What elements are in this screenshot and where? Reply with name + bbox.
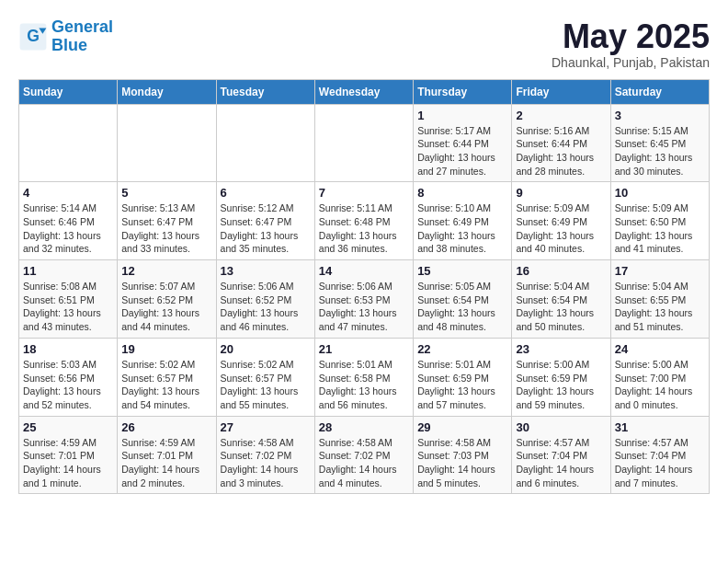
week-row-2: 4Sunrise: 5:14 AMSunset: 6:46 PMDaylight… [19,182,710,260]
logo-icon: G [18,22,48,52]
svg-text:G: G [27,27,40,45]
day-cell: 29Sunrise: 4:58 AMSunset: 7:03 PMDayligh… [414,416,512,494]
day-cell: 2Sunrise: 5:16 AMSunset: 6:44 PMDaylight… [512,104,610,182]
day-detail: Sunrise: 4:58 AMSunset: 7:02 PMDaylight:… [221,436,311,490]
page-header: G General Blue May 2025 Dhaunkal, Punjab… [18,18,710,70]
calendar-table: SundayMondayTuesdayWednesdayThursdayFrid… [18,79,710,495]
day-cell: 1Sunrise: 5:17 AMSunset: 6:44 PMDaylight… [414,104,512,182]
day-number: 29 [417,420,507,434]
day-number: 9 [516,186,606,200]
day-detail: Sunrise: 4:57 AMSunset: 7:04 PMDaylight:… [615,436,705,490]
column-header-sunday: Sunday [19,79,118,104]
day-number: 16 [516,264,606,278]
logo-line2: Blue [51,36,87,54]
day-detail: Sunrise: 5:09 AMSunset: 6:49 PMDaylight:… [516,201,606,256]
day-detail: Sunrise: 4:59 AMSunset: 7:01 PMDaylight:… [23,436,113,490]
day-number: 17 [615,264,705,278]
day-detail: Sunrise: 4:57 AMSunset: 7:04 PMDaylight:… [516,436,606,490]
day-detail: Sunrise: 5:15 AMSunset: 6:45 PMDaylight:… [615,124,705,178]
day-cell: 25Sunrise: 4:59 AMSunset: 7:01 PMDayligh… [19,416,118,494]
day-number: 12 [121,264,211,278]
day-detail: Sunrise: 5:04 AMSunset: 6:55 PMDaylight:… [615,280,705,334]
day-cell [118,104,216,182]
day-cell: 30Sunrise: 4:57 AMSunset: 7:04 PMDayligh… [512,416,610,494]
location-subtitle: Dhaunkal, Punjab, Pakistan [552,55,710,70]
day-cell [19,104,118,182]
day-detail: Sunrise: 5:00 AMSunset: 6:59 PMDaylight:… [516,358,606,412]
day-cell: 20Sunrise: 5:02 AMSunset: 6:57 PMDayligh… [216,338,314,416]
day-detail: Sunrise: 5:01 AMSunset: 6:58 PMDaylight:… [319,358,409,412]
day-detail: Sunrise: 4:59 AMSunset: 7:01 PMDaylight:… [121,436,211,490]
day-number: 20 [221,342,311,356]
day-cell: 8Sunrise: 5:10 AMSunset: 6:49 PMDaylight… [414,182,512,260]
day-detail: Sunrise: 5:04 AMSunset: 6:54 PMDaylight:… [516,280,606,334]
week-row-4: 18Sunrise: 5:03 AMSunset: 6:56 PMDayligh… [19,338,710,416]
day-cell: 15Sunrise: 5:05 AMSunset: 6:54 PMDayligh… [414,260,512,339]
week-row-5: 25Sunrise: 4:59 AMSunset: 7:01 PMDayligh… [19,416,710,494]
day-number: 15 [417,264,507,278]
day-cell: 18Sunrise: 5:03 AMSunset: 6:56 PMDayligh… [19,338,118,416]
day-number: 30 [516,420,606,434]
day-number: 28 [319,420,409,434]
column-header-tuesday: Tuesday [216,79,314,104]
day-number: 25 [23,420,113,434]
day-cell: 6Sunrise: 5:12 AMSunset: 6:47 PMDaylight… [216,182,314,260]
day-number: 6 [221,186,311,200]
day-number: 26 [121,420,211,434]
day-detail: Sunrise: 5:10 AMSunset: 6:49 PMDaylight:… [417,201,507,256]
day-detail: Sunrise: 5:12 AMSunset: 6:47 PMDaylight:… [221,201,311,256]
week-row-3: 11Sunrise: 5:08 AMSunset: 6:51 PMDayligh… [19,260,710,339]
day-detail: Sunrise: 5:02 AMSunset: 6:57 PMDaylight:… [121,358,211,412]
column-header-friday: Friday [512,79,610,104]
day-number: 27 [221,420,311,434]
day-cell: 17Sunrise: 5:04 AMSunset: 6:55 PMDayligh… [610,260,709,339]
day-number: 8 [417,186,507,200]
day-number: 22 [417,342,507,356]
day-cell: 28Sunrise: 4:58 AMSunset: 7:02 PMDayligh… [314,416,413,494]
day-cell: 24Sunrise: 5:00 AMSunset: 7:00 PMDayligh… [610,338,709,416]
day-cell: 23Sunrise: 5:00 AMSunset: 6:59 PMDayligh… [512,338,610,416]
day-detail: Sunrise: 5:13 AMSunset: 6:47 PMDaylight:… [121,201,211,256]
day-number: 4 [23,186,113,200]
day-number: 10 [615,186,705,200]
day-detail: Sunrise: 5:05 AMSunset: 6:54 PMDaylight:… [417,280,507,334]
day-cell: 11Sunrise: 5:08 AMSunset: 6:51 PMDayligh… [19,260,118,339]
day-detail: Sunrise: 5:17 AMSunset: 6:44 PMDaylight:… [417,124,507,178]
day-number: 1 [417,109,507,122]
day-cell: 16Sunrise: 5:04 AMSunset: 6:54 PMDayligh… [512,260,610,339]
title-block: May 2025 Dhaunkal, Punjab, Pakistan [552,18,710,70]
day-number: 5 [121,186,211,200]
day-number: 2 [516,109,606,122]
logo-line1: General [51,17,113,36]
header-row: SundayMondayTuesdayWednesdayThursdayFrid… [19,79,710,104]
day-number: 31 [615,420,705,434]
day-detail: Sunrise: 5:09 AMSunset: 6:50 PMDaylight:… [615,201,705,256]
day-cell: 21Sunrise: 5:01 AMSunset: 6:58 PMDayligh… [314,338,413,416]
day-detail: Sunrise: 5:01 AMSunset: 6:59 PMDaylight:… [417,358,507,412]
day-detail: Sunrise: 4:58 AMSunset: 7:03 PMDaylight:… [417,436,507,490]
day-cell: 19Sunrise: 5:02 AMSunset: 6:57 PMDayligh… [118,338,216,416]
day-detail: Sunrise: 5:03 AMSunset: 6:56 PMDaylight:… [23,358,113,412]
day-cell: 27Sunrise: 4:58 AMSunset: 7:02 PMDayligh… [216,416,314,494]
day-detail: Sunrise: 5:11 AMSunset: 6:48 PMDaylight:… [319,201,409,256]
day-detail: Sunrise: 5:00 AMSunset: 7:00 PMDaylight:… [615,358,705,412]
day-cell: 3Sunrise: 5:15 AMSunset: 6:45 PMDaylight… [610,104,709,182]
day-number: 13 [221,264,311,278]
day-detail: Sunrise: 4:58 AMSunset: 7:02 PMDaylight:… [319,436,409,490]
day-number: 24 [615,342,705,356]
day-number: 14 [319,264,409,278]
day-number: 21 [319,342,409,356]
day-cell: 22Sunrise: 5:01 AMSunset: 6:59 PMDayligh… [414,338,512,416]
column-header-thursday: Thursday [414,79,512,104]
day-number: 19 [121,342,211,356]
column-header-saturday: Saturday [610,79,709,104]
day-cell: 4Sunrise: 5:14 AMSunset: 6:46 PMDaylight… [19,182,118,260]
day-cell: 10Sunrise: 5:09 AMSunset: 6:50 PMDayligh… [610,182,709,260]
day-number: 3 [615,109,705,122]
day-detail: Sunrise: 5:06 AMSunset: 6:53 PMDaylight:… [319,280,409,334]
day-detail: Sunrise: 5:06 AMSunset: 6:52 PMDaylight:… [221,280,311,334]
column-header-monday: Monday [118,79,216,104]
day-cell: 13Sunrise: 5:06 AMSunset: 6:52 PMDayligh… [216,260,314,339]
day-number: 7 [319,186,409,200]
column-header-wednesday: Wednesday [314,79,413,104]
